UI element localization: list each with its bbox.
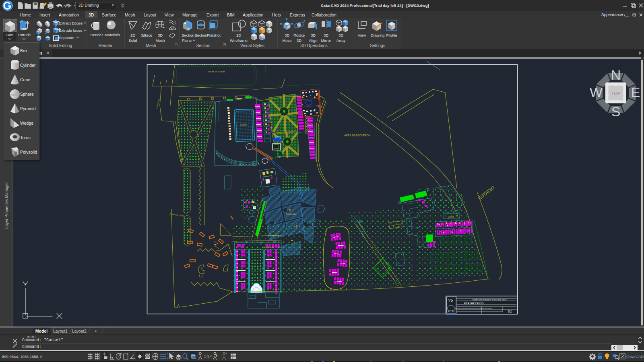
svg-text:Move: Move: [282, 38, 291, 43]
svg-text:3dface: 3dface: [141, 33, 153, 37]
svg-text:Mirror: Mirror: [321, 38, 331, 43]
svg-text:V6: V6: [448, 298, 453, 302]
svg-text:Piscina de Tornillo: Piscina de Tornillo: [264, 246, 281, 249]
svg-text:"COMPLEJO TURISTICO BAÑOS DEL: "COMPLEJO TURISTICO BAÑOS DEL INCA": [472, 299, 507, 301]
svg-text:AREA DESOCUPADA: AREA DESOCUPADA: [344, 134, 370, 137]
svg-text:MUNICIPALIDAD DISTRITAL BAÑOS: MUNICIPALIDAD DISTRITAL BAÑOS DEL INCA: [455, 307, 493, 309]
svg-text:3D Operations: 3D Operations: [300, 43, 328, 48]
svg-text:2D: 2D: [130, 33, 135, 37]
svg-text:Solid Editing: Solid Editing: [49, 43, 72, 48]
svg-text:ESTADIO: ESTADIO: [477, 185, 495, 201]
svg-text:Section: Section: [182, 33, 194, 37]
svg-text:Layout2: Layout2: [72, 329, 87, 333]
svg-text:Profile: Profile: [386, 33, 397, 37]
svg-text:Visual Styles: Visual Styles: [240, 43, 264, 48]
svg-text:Layout1: Layout1: [53, 329, 68, 333]
svg-text:Array: Array: [336, 38, 346, 43]
svg-text:Mesh: Mesh: [146, 43, 156, 48]
svg-text:Jr. Wari Wasi: Jr. Wari Wasi: [155, 99, 160, 110]
svg-text:Render: Render: [99, 43, 113, 48]
svg-text:02: 02: [508, 309, 512, 313]
svg-text:Render: Render: [90, 33, 103, 37]
svg-text:Materials: Materials: [105, 33, 120, 37]
svg-text:Rotate: Rotate: [293, 33, 305, 37]
svg-text:Model: Model: [35, 329, 47, 333]
svg-text:3D: 3D: [285, 33, 289, 37]
svg-text:Parabolica: Parabolica: [286, 213, 297, 215]
svg-text:Extract Edges: Extract Edges: [59, 21, 83, 25]
svg-text:Mesh: Mesh: [155, 38, 165, 43]
svg-text:3D: 3D: [311, 33, 316, 37]
svg-text:Section: Section: [194, 33, 207, 37]
svg-text:Wireframe: Wireframe: [230, 38, 248, 43]
svg-text:Box: Box: [6, 33, 13, 37]
svg-text:2D: 2D: [236, 33, 241, 37]
svg-text:Settings: Settings: [370, 43, 385, 48]
svg-text:3D: 3D: [339, 33, 343, 37]
svg-text:SUM: SUM: [448, 216, 454, 218]
svg-text:+: +: [95, 329, 97, 333]
svg-text:Flatshot: Flatshot: [207, 33, 221, 37]
svg-text:1:1: 1:1: [204, 354, 209, 359]
svg-text:TOP: TOP: [611, 91, 620, 96]
svg-text:Drawing: Drawing: [371, 33, 385, 37]
svg-text:Separate: Separate: [59, 35, 74, 40]
svg-text:PERIMETRICO: PERIMETRICO: [464, 302, 484, 305]
svg-text:piscina: piscina: [240, 123, 247, 126]
svg-text:Extrude faces: Extrude faces: [59, 28, 82, 33]
svg-text:Align: Align: [309, 38, 317, 43]
svg-text:View: View: [358, 33, 366, 37]
svg-text:Plaza de Armas: Plaza de Armas: [208, 70, 225, 73]
svg-text:3D: 3D: [158, 33, 163, 37]
svg-text:Section: Section: [196, 43, 210, 48]
svg-text:Solid: Solid: [128, 38, 137, 43]
svg-text:3D: 3D: [297, 38, 301, 43]
svg-text:Extrude: Extrude: [18, 33, 31, 37]
svg-text:Plane: Plane: [182, 38, 192, 43]
svg-text:Jr. Yahuar Huaca: Jr. Yahuar Huaca: [169, 212, 185, 217]
svg-text:3D: 3D: [324, 33, 328, 37]
